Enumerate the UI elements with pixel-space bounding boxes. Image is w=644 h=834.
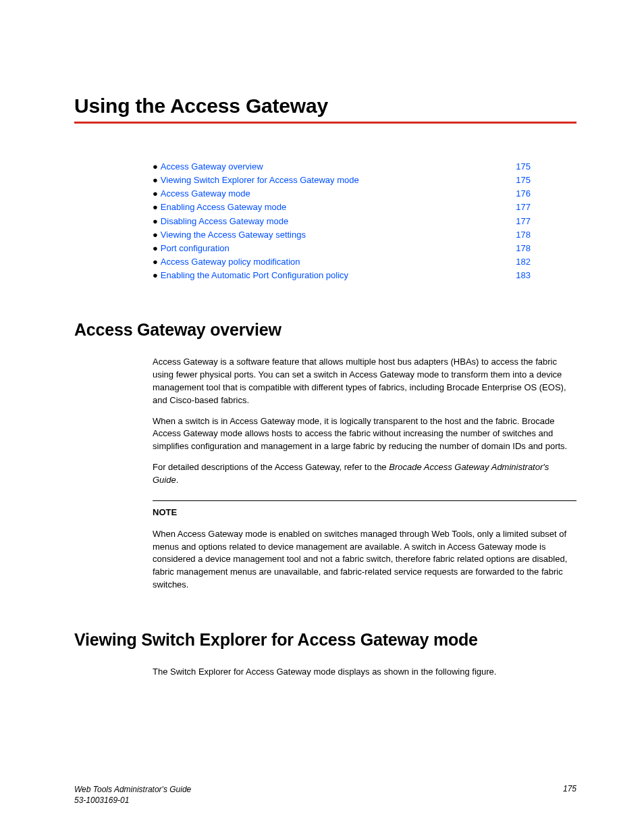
toc-link[interactable]: Viewing the Access Gateway settings [161, 228, 306, 242]
bullet-icon: ● [153, 215, 158, 228]
note-text: When Access Gateway mode is enabled on s… [153, 528, 576, 592]
paragraph: The Switch Explorer for Access Gateway m… [153, 666, 576, 679]
viewing-body: The Switch Explorer for Access Gateway m… [153, 666, 576, 679]
toc-link[interactable]: Enabling Access Gateway mode [161, 201, 286, 214]
toc-page-link[interactable]: 178 [514, 228, 531, 242]
footer-left: Web Tools Administrator's Guide 53-10031… [74, 784, 191, 806]
toc-link[interactable]: Port configuration [161, 242, 230, 255]
toc-link[interactable]: Enabling the Automatic Port Configuratio… [161, 269, 348, 282]
bullet-icon: ● [153, 269, 158, 282]
toc-item: ● Port configuration 178 [153, 242, 531, 255]
text: For detailed descriptions of the Access … [153, 462, 389, 472]
bullet-icon: ● [153, 255, 158, 269]
toc-link[interactable]: Viewing Switch Explorer for Access Gatew… [161, 174, 359, 187]
toc-item: ● Disabling Access Gateway mode 177 [153, 215, 531, 228]
toc-item: ● Access Gateway overview 175 [153, 160, 531, 174]
toc-page-link[interactable]: 177 [514, 201, 531, 214]
paragraph: When a switch is in Access Gateway mode,… [153, 415, 576, 454]
section-title-overview: Access Gateway overview [74, 320, 576, 340]
toc-page-link[interactable]: 183 [514, 269, 531, 282]
page-footer: Web Tools Administrator's Guide 53-10031… [74, 784, 576, 806]
toc-page-link[interactable]: 182 [514, 255, 531, 269]
toc-item: ● Viewing the Access Gateway settings 17… [153, 228, 531, 242]
note-block: NOTE When Access Gateway mode is enabled… [153, 500, 576, 592]
toc-page-link[interactable]: 176 [514, 187, 531, 201]
toc-item: ● Enabling the Automatic Port Configurat… [153, 269, 531, 282]
overview-body: Access Gateway is a software feature tha… [153, 356, 576, 487]
toc-page-link[interactable]: 175 [514, 160, 531, 174]
toc-link[interactable]: Access Gateway overview [161, 160, 263, 174]
bullet-icon: ● [153, 242, 158, 255]
toc-page-link[interactable]: 178 [514, 242, 531, 255]
toc-item: ● Access Gateway mode 176 [153, 187, 531, 201]
paragraph: Access Gateway is a software feature tha… [153, 356, 576, 407]
toc-link[interactable]: Disabling Access Gateway mode [161, 215, 288, 228]
toc-item: ● Access Gateway policy modification 182 [153, 255, 531, 269]
toc-item: ● Viewing Switch Explorer for Access Gat… [153, 174, 531, 187]
bullet-icon: ● [153, 201, 158, 214]
bullet-icon: ● [153, 160, 158, 174]
toc-link[interactable]: Access Gateway policy modification [161, 255, 300, 269]
table-of-contents: ● Access Gateway overview 175 ● Viewing … [153, 160, 531, 282]
footer-doc-title: Web Tools Administrator's Guide [74, 784, 191, 795]
page: Using the Access Gateway ● Access Gatewa… [0, 0, 644, 834]
footer-page-number: 175 [563, 784, 576, 806]
note-rule [153, 500, 576, 501]
title-underline [74, 122, 576, 124]
section-title-viewing: Viewing Switch Explorer for Access Gatew… [74, 630, 576, 650]
toc-page-link[interactable]: 177 [514, 215, 531, 228]
chapter-title: Using the Access Gateway [74, 95, 576, 118]
bullet-icon: ● [153, 174, 158, 187]
paragraph: For detailed descriptions of the Access … [153, 461, 576, 487]
toc-link[interactable]: Access Gateway mode [161, 187, 250, 201]
bullet-icon: ● [153, 187, 158, 201]
toc-page-link[interactable]: 175 [514, 174, 531, 187]
note-label: NOTE [153, 506, 576, 519]
toc-item: ● Enabling Access Gateway mode 177 [153, 201, 531, 214]
footer-doc-id: 53-1003169-01 [74, 795, 191, 806]
bullet-icon: ● [153, 228, 158, 242]
text: . [176, 475, 179, 485]
